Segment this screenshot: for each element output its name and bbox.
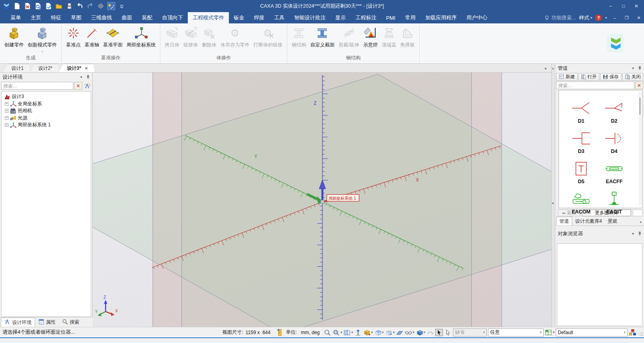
- shade-cube-icon[interactable]: [374, 329, 382, 336]
- catalog-button-新建[interactable]: 新建: [556, 73, 578, 81]
- ribbon-button-创新模式零件[interactable]: 创新模式零件⌄: [26, 26, 59, 53]
- panel-tab-设计环境[interactable]: 设计环境: [1, 318, 35, 327]
- panel-tab-搜索[interactable]: 搜索: [59, 318, 83, 327]
- ribbon-tab-装配[interactable]: 装配: [137, 12, 157, 23]
- catalog-clear-search-button[interactable]: ✕: [635, 82, 643, 89]
- catalog-dropdown-icon[interactable]: ▾: [632, 66, 634, 70]
- config-combo[interactable]: Default▾: [556, 328, 627, 337]
- close-button[interactable]: ✕: [630, 1, 642, 11]
- ribbon-tab-工程标注[interactable]: 工程标注: [351, 12, 381, 23]
- search-doc-icon[interactable]: [34, 2, 42, 10]
- library-item-D5[interactable]: D5: [565, 154, 598, 184]
- tree-item-照相机[interactable]: +照相机: [2, 107, 91, 115]
- zoom-window-icon[interactable]: [332, 329, 340, 336]
- spin-view-icon[interactable]: [97, 2, 105, 10]
- doc-close-button[interactable]: ✕: [634, 14, 643, 22]
- clear-search-button[interactable]: ✕: [74, 82, 82, 90]
- help-caret[interactable]: ▾: [605, 16, 607, 20]
- function-search[interactable]: 功能搜索...: [544, 15, 576, 21]
- catalog-tab-景观[interactable]: 景观: [605, 217, 620, 226]
- move-cube-dropdown-icon[interactable]: ▾: [393, 330, 395, 334]
- open-folder-icon[interactable]: [55, 2, 63, 10]
- table-green-icon[interactable]: 0.0: [545, 329, 553, 336]
- library-item-D3[interactable]: D3: [565, 124, 598, 154]
- tree-item-光源[interactable]: +光源: [2, 115, 91, 122]
- document-tab-设计3*[interactable]: 设计3*✕: [59, 64, 95, 72]
- library-item-EAGIT[interactable]: EAGIT: [598, 184, 631, 215]
- customize-caret-icon[interactable]: [118, 2, 126, 10]
- minimize-button[interactable]: –: [605, 1, 617, 11]
- catalog-button-关闭[interactable]: 关闭: [622, 73, 644, 81]
- doc-tab-overflow-icon[interactable]: ▾: [544, 67, 546, 71]
- splitter-caret-icon[interactable]: ▾: [552, 67, 554, 71]
- viewport-3d[interactable]: ZYX局部坐标系统 1ZYX: [93, 73, 551, 327]
- ribbon-button-创建零件[interactable]: 创建零件: [2, 26, 26, 48]
- doc-restore-button[interactable]: ❐: [622, 14, 631, 22]
- solid-cube-icon[interactable]: [415, 329, 423, 336]
- pin-icon[interactable]: [86, 75, 90, 79]
- save-file-icon[interactable]: [65, 2, 73, 10]
- ribbon-button-自定义截面[interactable]: 自定义截面: [308, 26, 337, 48]
- new-file-icon[interactable]: [13, 2, 21, 10]
- library-item-D2[interactable]: D2: [598, 94, 631, 124]
- tree-item-局部坐标系统 1[interactable]: +局部坐标系统 1: [2, 121, 91, 129]
- ribbon-button-示意焊[interactable]: 示意焊: [361, 26, 380, 48]
- combo-caret-icon[interactable]: ▾: [540, 330, 542, 334]
- app-logo-icon[interactable]: [2, 2, 10, 10]
- library-item-D1[interactable]: D1: [565, 94, 598, 124]
- catalog-button-保存[interactable]: 保存: [600, 73, 621, 81]
- ribbon-tab-菜单[interactable]: 菜单: [6, 12, 26, 23]
- library-item-EACOM[interactable]: EACOM: [565, 184, 598, 215]
- ribbon-tab-三维曲线[interactable]: 三维曲线: [86, 12, 117, 23]
- ribbon-tab-草图[interactable]: 草图: [66, 12, 86, 23]
- dropdown-caret-icon[interactable]: ⌄: [41, 49, 44, 53]
- redo-icon[interactable]: [86, 2, 94, 10]
- object-browser-dropdown-icon[interactable]: ▾: [632, 232, 634, 236]
- ribbon-button-局部坐标系统[interactable]: 局部坐标系统: [125, 26, 158, 48]
- ribbon-button-基准点[interactable]: 基准点: [64, 26, 83, 48]
- multi-view-dropdown-icon[interactable]: ▾: [351, 330, 353, 334]
- visualize-glasses-icon[interactable]: [405, 329, 412, 336]
- export-doc-icon[interactable]: [44, 2, 52, 10]
- ribbon-tab-PMI[interactable]: PMI: [381, 12, 400, 23]
- material-box-icon[interactable]: [363, 329, 371, 336]
- ribbon-tab-加载应用程序[interactable]: 加载应用程序: [420, 12, 461, 23]
- ribbon-tab-自顶向下[interactable]: 自顶向下: [157, 12, 188, 23]
- help-button[interactable]: ?: [595, 15, 602, 21]
- document-tab-设计2*[interactable]: 设计2*: [30, 64, 59, 72]
- ribbon-button-基准轴[interactable]: 基准轴: [83, 26, 101, 48]
- material-box-dropdown-icon[interactable]: ▾: [371, 330, 373, 334]
- tree-expander-icon[interactable]: +: [5, 109, 8, 113]
- catalog-tab-设计元素库4[interactable]: 设计元素库4: [572, 217, 605, 226]
- panel-splitter[interactable]: ▾ ◂: [551, 64, 555, 327]
- tree-search-input[interactable]: [1, 82, 73, 90]
- zoom-icon[interactable]: [324, 329, 331, 336]
- undo-icon[interactable]: [76, 2, 84, 10]
- table-dropdown-icon[interactable]: ▾: [553, 330, 555, 334]
- panel-tab-属性[interactable]: 属性: [35, 318, 59, 327]
- pin-icon[interactable]: [638, 231, 642, 236]
- repeat-disabled-icon[interactable]: [426, 329, 434, 336]
- tree-expander-icon[interactable]: +: [5, 102, 8, 106]
- tree-item-设计3[interactable]: 设计3: [2, 93, 91, 100]
- tree-expander-icon[interactable]: +: [5, 123, 8, 127]
- solid-cube-dropdown-icon[interactable]: ▾: [424, 330, 425, 334]
- splitter-collapse-icon[interactable]: ◂: [552, 201, 554, 205]
- style-combo[interactable]: 任意▾: [488, 328, 544, 337]
- visualize-glasses-dropdown-icon[interactable]: ▾: [413, 330, 414, 334]
- clip-wedge-icon[interactable]: [396, 329, 403, 336]
- maximize-button[interactable]: □: [617, 1, 629, 11]
- ribbon-tab-工程模式零件[interactable]: 工程模式零件: [188, 12, 229, 23]
- document-tab-设计1[interactable]: 设计1: [3, 64, 30, 72]
- pin-icon[interactable]: [638, 66, 642, 71]
- pick-cursor-icon[interactable]: [444, 329, 452, 336]
- ribbon-tab-智能设计批注[interactable]: 智能设计批注: [289, 12, 330, 23]
- ribbon-tab-用户中心[interactable]: 用户中心: [461, 12, 492, 23]
- style-dropdown[interactable]: 样式 ▾: [579, 15, 592, 21]
- normal-align-icon[interactable]: [354, 329, 362, 336]
- tree-item-全局坐标系[interactable]: +全局坐标系: [2, 100, 91, 108]
- catalog-tab-管道[interactable]: 管道: [556, 217, 572, 226]
- library-item-EACFF[interactable]: EACFF: [598, 154, 631, 184]
- catalog-search-input[interactable]: [556, 82, 634, 89]
- extra-button[interactable]: [633, 209, 642, 216]
